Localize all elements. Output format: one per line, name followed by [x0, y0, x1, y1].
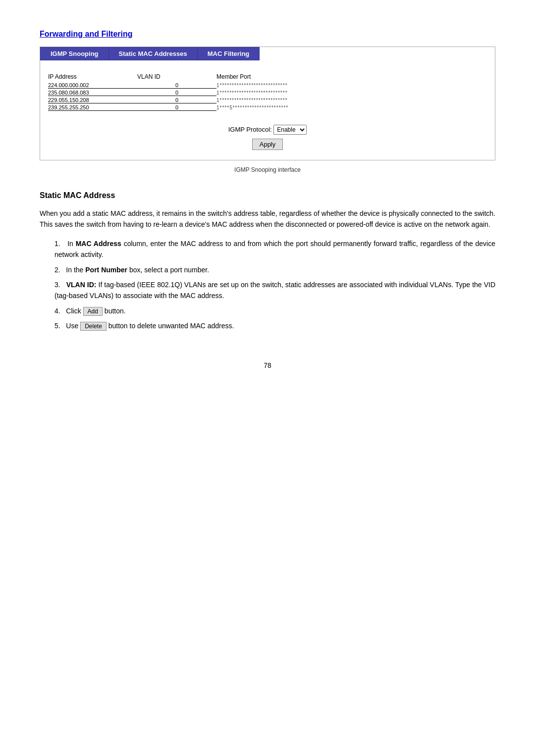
- apply-button[interactable]: Apply: [252, 139, 283, 150]
- step-num-2: 2.: [54, 266, 64, 274]
- col-header-member: Member Port: [216, 73, 316, 80]
- igmp-protocol-label: IGMP Protocol:: [228, 126, 272, 133]
- cell-member-1: 1****************************: [216, 90, 316, 96]
- table-header-row: IP Address VLAN ID Member Port: [48, 73, 487, 80]
- cell-ip-3: 239.255.255.250: [48, 104, 137, 111]
- steps-list: 1. In MAC Address column, enter the MAC …: [54, 238, 495, 332]
- step-num-5: 5.: [54, 322, 64, 330]
- step-num-4: 4.: [54, 307, 64, 315]
- step5-before: Use: [66, 322, 80, 330]
- step3-after: If tag-based (IEEE 802.1Q) VLANs are set…: [54, 281, 495, 300]
- section-title: Forwarding and Filtering: [40, 30, 495, 39]
- interface-caption: IGMP Snooping interface: [40, 166, 495, 173]
- step4-before: Click: [66, 307, 83, 315]
- step1-bold: MAC Address: [76, 240, 121, 248]
- igmp-protocol-row: IGMP Protocol: Enable Disable: [40, 125, 495, 135]
- tab-mac-filtering[interactable]: MAC Filtering: [198, 47, 260, 60]
- cell-member-2: 1****************************: [216, 98, 316, 103]
- step4-after: button.: [105, 307, 126, 315]
- cell-vlan-2: 0: [137, 97, 216, 103]
- page-content: Forwarding and Filtering IGMP Snooping S…: [40, 30, 495, 369]
- table-row: 229.055.150.208 0 1*********************…: [48, 97, 487, 103]
- list-item-4: 4. Click Add button.: [54, 305, 495, 316]
- table-row: 224.000.000.002 0 1*********************…: [48, 82, 487, 89]
- list-item-5: 5. Use Delete button to delete unwanted …: [54, 320, 495, 331]
- intro-text: When you add a static MAC address, it re…: [40, 208, 495, 230]
- delete-button[interactable]: Delete: [80, 322, 107, 331]
- cell-ip-1: 235.080.068.083: [48, 90, 137, 96]
- step2-bold: Port Number: [85, 266, 127, 274]
- cell-vlan-3: 0: [137, 104, 216, 111]
- igmp-protocol-select[interactable]: Enable Disable: [273, 125, 307, 135]
- cell-member-0: 1****************************: [216, 83, 316, 88]
- igmp-table-container: IP Address VLAN ID Member Port 224.000.0…: [40, 68, 495, 117]
- list-item-1: 1. In MAC Address column, enter the MAC …: [54, 238, 495, 260]
- cell-vlan-1: 0: [137, 90, 216, 96]
- step2-after: box, select a port number.: [127, 266, 209, 274]
- cell-member-3: 1****5***********************: [216, 105, 316, 110]
- cell-ip-0: 224.000.000.002: [48, 82, 137, 89]
- step3-bold: VLAN ID:: [66, 281, 97, 289]
- step-num-1: 1.: [54, 240, 65, 248]
- step-num-3: 3.: [54, 281, 64, 289]
- list-item-2: 2. In the Port Number box, select a port…: [54, 264, 495, 275]
- step5-after: button to delete unwanted MAC address.: [108, 322, 234, 330]
- add-button[interactable]: Add: [83, 307, 103, 316]
- col-header-ip: IP Address: [48, 73, 137, 80]
- page-number: 78: [40, 361, 495, 369]
- static-mac-heading: Static MAC Address: [40, 191, 495, 200]
- tab-igmp[interactable]: IGMP Snooping: [40, 47, 109, 60]
- cell-ip-2: 229.055.150.208: [48, 97, 137, 103]
- step1-before: In: [67, 240, 76, 248]
- list-item-3: 3. VLAN ID: If tag-based (IEEE 802.1Q) V…: [54, 279, 495, 302]
- table-row: 235.080.068.083 0 1*********************…: [48, 90, 487, 96]
- tab-static-mac[interactable]: Static MAC Addresses: [109, 47, 198, 60]
- apply-btn-row: Apply: [40, 139, 495, 150]
- cell-vlan-0: 0: [137, 82, 216, 89]
- table-row: 239.255.255.250 0 1****5****************…: [48, 104, 487, 111]
- step2-before: In the: [66, 266, 85, 274]
- tab-bar: IGMP Snooping Static MAC Addresses MAC F…: [40, 47, 495, 60]
- interface-box: IGMP Snooping Static MAC Addresses MAC F…: [40, 47, 495, 160]
- col-header-vlan: VLAN ID: [137, 73, 216, 80]
